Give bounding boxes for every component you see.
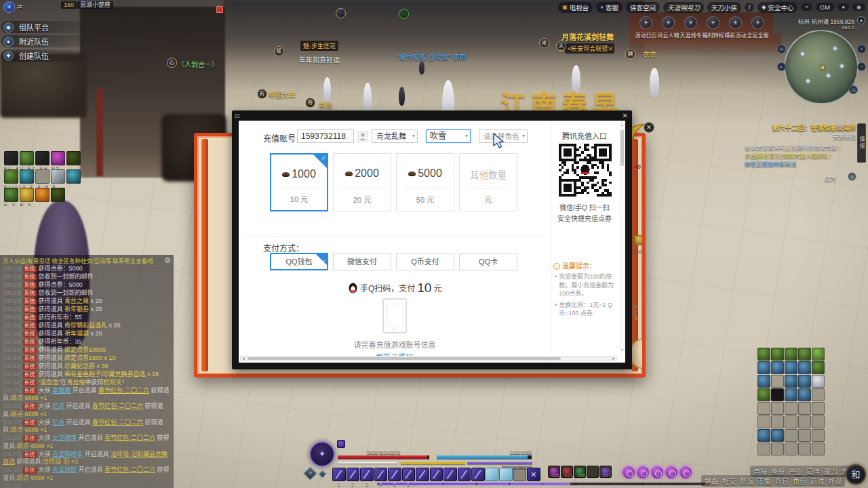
chat-text[interactable]: 百里锦绣军 bbox=[52, 451, 83, 458]
skill-slot-0[interactable]: 1 bbox=[332, 468, 346, 481]
chat-text[interactable]: 文汪琅瑛 bbox=[52, 434, 77, 441]
inventory-slot[interactable] bbox=[785, 429, 797, 442]
inventory-slot[interactable] bbox=[798, 443, 811, 455]
sidebar-item-create[interactable]: ✚创建队伍 bbox=[1, 49, 84, 62]
inventory-slot[interactable] bbox=[785, 348, 797, 361]
inventory-slot[interactable] bbox=[757, 402, 770, 415]
amount-card-0[interactable]: 100010 元✓ bbox=[270, 153, 328, 211]
topbar-item-10[interactable]: ◉ bbox=[852, 3, 865, 11]
buff-slot[interactable] bbox=[4, 169, 18, 184]
quest-line-1[interactable]: 点击[前往官方]领取大量人情好礼！ bbox=[745, 152, 859, 160]
skill-slot-9[interactable] bbox=[458, 468, 471, 481]
inventory-slot[interactable] bbox=[771, 375, 784, 388]
inventory-slot[interactable] bbox=[771, 429, 784, 442]
inventory-slot[interactable] bbox=[812, 429, 825, 442]
quest-track-icon[interactable]: ◎ bbox=[848, 172, 856, 181]
ascend-button[interactable]: ▲ bbox=[857, 16, 865, 24]
topbar-item-9[interactable]: ● bbox=[837, 3, 849, 11]
buff-slot[interactable] bbox=[20, 169, 34, 184]
shortcut-0[interactable]: ✦活动日历 bbox=[635, 16, 657, 39]
frame-close-button[interactable]: ✕ bbox=[644, 122, 654, 133]
topbar-item-3[interactable]: 天涯明月刀 bbox=[663, 2, 704, 13]
frame-item-icon[interactable] bbox=[634, 235, 644, 245]
skill-slot-10[interactable] bbox=[471, 468, 485, 481]
chat-text[interactable]: 春节红包·二〇二六 bbox=[104, 466, 155, 473]
inventory-slot[interactable] bbox=[812, 388, 825, 401]
buff-slot[interactable] bbox=[51, 188, 65, 202]
consumable-slot-4[interactable]: 677 bbox=[599, 466, 612, 478]
contrast-icon[interactable]: ◐ bbox=[777, 62, 786, 71]
inventory-slot[interactable] bbox=[798, 361, 811, 374]
chat-text[interactable]: 春节红包·二〇二六 bbox=[104, 434, 155, 441]
scroll-left-icon[interactable]: ◄ bbox=[241, 357, 245, 361]
inventory-slot[interactable] bbox=[798, 415, 811, 428]
shortcut-4[interactable]: ✦精彩活动 bbox=[724, 16, 747, 39]
account-input[interactable]: 1593732118 bbox=[297, 129, 354, 143]
sidebar-item-team[interactable]: ◉组队平台 bbox=[1, 21, 84, 33]
skill-slot-2[interactable]: 3 bbox=[360, 468, 374, 481]
chat-panel[interactable]: 万人公会|有意思话 收全区各种社交/互动等 联系帮主去看吧 [06:13]系统获… bbox=[0, 255, 174, 488]
zoom-icon[interactable]: ◎ bbox=[849, 85, 858, 94]
skill-slot-6[interactable] bbox=[416, 468, 429, 481]
skill-slot-12[interactable] bbox=[499, 468, 513, 481]
topbar-item-0[interactable]: ▣电视台 bbox=[558, 2, 593, 13]
inventory-slot[interactable] bbox=[757, 361, 770, 374]
chat-text[interactable]: 春节红包·二〇二六 bbox=[92, 403, 143, 409]
amount-card-2[interactable]: 500050 元 bbox=[396, 153, 454, 211]
inventory-slot[interactable] bbox=[785, 415, 797, 428]
activity-button-0[interactable] bbox=[622, 466, 635, 479]
topbar-item-1[interactable]: ●客服 bbox=[596, 2, 623, 13]
buff-slot[interactable] bbox=[51, 169, 65, 184]
skill-slot-11[interactable] bbox=[486, 468, 499, 481]
skill-slot-5[interactable]: 6 bbox=[402, 468, 416, 481]
inventory-slot[interactable] bbox=[757, 443, 770, 455]
inventory-slot[interactable] bbox=[812, 361, 825, 374]
horizontal-scrollbar[interactable]: ◄ ► bbox=[240, 356, 617, 361]
topbar-item-7[interactable]: ≈ bbox=[801, 3, 812, 11]
payment-method-3[interactable]: QQ卡 bbox=[459, 253, 517, 270]
consumable-slot-1[interactable]: 421 bbox=[561, 466, 573, 478]
scrollbar-thumb[interactable] bbox=[248, 357, 561, 360]
minimap[interactable]: ▲ bbox=[784, 30, 859, 104]
inventory-slot[interactable] bbox=[812, 443, 825, 455]
chat-text[interactable]: 忆点 bbox=[52, 403, 64, 409]
inventory-slot[interactable] bbox=[757, 348, 770, 361]
inventory-slot[interactable] bbox=[757, 429, 770, 442]
menu-item-帮派[interactable]: 帮派 bbox=[740, 476, 753, 486]
payment-method-0[interactable]: QQ钱包✓ bbox=[270, 253, 328, 270]
plus-icon[interactable]: + bbox=[857, 45, 866, 54]
inventory-slot[interactable] bbox=[798, 402, 811, 415]
skill-slot-14[interactable] bbox=[527, 468, 540, 481]
topbar-item-8[interactable]: GM bbox=[816, 3, 834, 12]
topbar-item-5[interactable]: / bbox=[745, 3, 755, 12]
buff-slot[interactable] bbox=[66, 151, 81, 165]
sidebar-item-nearby[interactable]: ●附近队伍 bbox=[1, 35, 84, 47]
server-select[interactable]: 青龙乱舞▾ bbox=[372, 129, 418, 143]
scrollbar-thumb[interactable] bbox=[620, 129, 624, 166]
inventory-slot[interactable] bbox=[785, 361, 797, 374]
inventory-slot[interactable] bbox=[771, 402, 784, 415]
inventory-slot[interactable] bbox=[798, 348, 811, 361]
chat-text[interactable]: 春节红包·二〇二六 bbox=[98, 387, 149, 394]
payment-method-2[interactable]: Q币支付 bbox=[396, 253, 454, 270]
chat-text[interactable]: 李湘湘 bbox=[52, 387, 71, 394]
inventory-slot[interactable] bbox=[771, 388, 784, 401]
consumable-slot-3[interactable] bbox=[587, 466, 599, 478]
buff-slot[interactable] bbox=[35, 188, 50, 202]
shortcut-1[interactable]: ✦风云人物 bbox=[657, 16, 679, 39]
buff-slot[interactable] bbox=[35, 151, 50, 165]
menu-item-市集[interactable]: 市集 bbox=[757, 476, 771, 486]
skill-slot-13[interactable] bbox=[513, 468, 527, 481]
activity-button-4[interactable] bbox=[679, 466, 692, 479]
player-portrait[interactable]: ✦ bbox=[309, 441, 335, 467]
menu-item-背包[interactable]: 背包 bbox=[775, 476, 789, 486]
swap-icon[interactable]: ⇄ bbox=[17, 3, 22, 10]
buff-slot[interactable] bbox=[4, 151, 18, 165]
activity-button-2[interactable] bbox=[650, 466, 664, 479]
browser-close-button[interactable]: ✕ bbox=[623, 111, 628, 120]
inventory-slot[interactable] bbox=[771, 348, 784, 361]
chat-text[interactable]: 春节红包·二〇二六 bbox=[92, 419, 143, 426]
buff-slot[interactable] bbox=[20, 151, 34, 165]
topbar-item-2[interactable]: 侠客空间 bbox=[626, 2, 660, 13]
inventory-slot[interactable] bbox=[771, 443, 784, 455]
